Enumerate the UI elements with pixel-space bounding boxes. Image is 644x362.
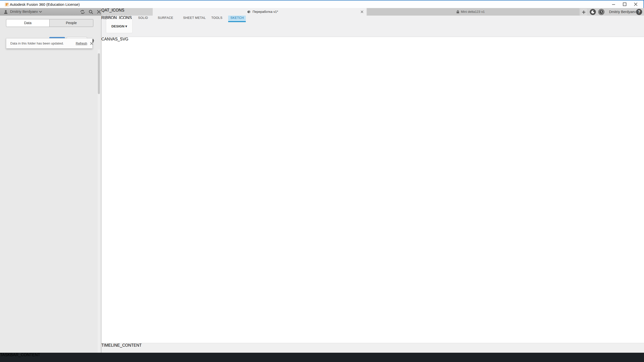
svg-text:?: ? xyxy=(638,10,640,14)
